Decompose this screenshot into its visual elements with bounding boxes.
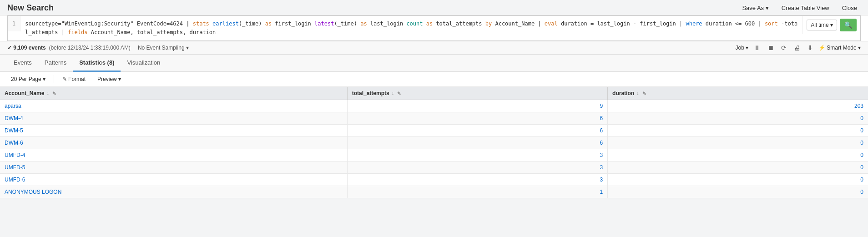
format-button[interactable]: ✎ Format — [59, 75, 89, 84]
cell-account-name[interactable]: aparsa — [0, 100, 347, 112]
table-body: aparsa 9 203 DWM-4 6 0 DWM-5 6 0 DWM-6 6… — [0, 100, 868, 198]
pause-button[interactable]: ⏸ — [752, 43, 762, 52]
search-input[interactable]: sourcetype="WinEventLog:Security" EventC… — [20, 16, 802, 40]
sort-icon-duration: ↕ — [636, 91, 639, 96]
cell-total-attempts[interactable]: 3 — [347, 174, 607, 186]
sort-icon-account: ↕ — [47, 91, 49, 96]
events-count: ✓ 9,109 events (before 12/13/24 1:33:19.… — [7, 45, 131, 51]
column-label-total: total_attempts — [352, 90, 389, 96]
create-table-view-button[interactable]: Create Table View — [778, 3, 833, 13]
edit-icon-duration[interactable]: ✎ — [642, 91, 646, 96]
smart-mode-button[interactable]: ⚡ Smart Mode ▾ — [818, 45, 861, 51]
column-header-total-attempts[interactable]: total_attempts ↕ ✎ — [347, 87, 607, 100]
edit-icon-account[interactable]: ✎ — [52, 91, 56, 96]
format-label: Format — [68, 76, 86, 82]
column-header-duration[interactable]: duration ↕ ✎ — [608, 87, 868, 100]
time-range-button[interactable]: All time ▾ — [807, 20, 837, 30]
toolbar-separator — [54, 75, 54, 83]
table-row: UMFD-5 3 0 — [0, 161, 868, 174]
page-title: New Search — [7, 3, 54, 13]
download-button[interactable]: ⬇ — [806, 43, 815, 52]
search-controls: All time ▾ 🔍 — [802, 16, 860, 34]
cell-duration[interactable]: 203 — [608, 100, 868, 112]
line-number: 1 — [8, 16, 20, 31]
events-count-number: ✓ 9,109 events — [7, 45, 46, 51]
tab-events[interactable]: Events — [7, 55, 38, 72]
cell-account-name[interactable]: ANONYMOUS LOGON — [0, 186, 347, 198]
status-right: Job ▾ ⏸ ⏹ ⟳ 🖨 ⬇ ⚡ Smart Mode ▾ — [736, 43, 861, 52]
print-button[interactable]: 🖨 — [792, 43, 802, 52]
table-row: DWM-6 6 0 — [0, 137, 868, 149]
preview-button[interactable]: Preview ▾ — [94, 75, 125, 84]
events-note: (before 12/13/24 1:33:19.000 AM) — [49, 45, 130, 51]
refresh-button[interactable]: ⟳ — [779, 43, 788, 52]
edit-icon-total[interactable]: ✎ — [397, 91, 401, 96]
cell-duration[interactable]: 0 — [608, 186, 868, 198]
cell-account-name[interactable]: UMFD-5 — [0, 161, 347, 174]
search-wrapper: 1 sourcetype="WinEventLog:Security" Even… — [0, 15, 868, 41]
cell-total-attempts[interactable]: 3 — [347, 149, 607, 161]
table-header-row: Account_Name ↕ ✎ total_attempts ↕ ✎ dura… — [0, 87, 868, 100]
cell-account-name[interactable]: UMFD-4 — [0, 149, 347, 161]
cell-duration[interactable]: 0 — [608, 161, 868, 174]
cell-duration[interactable]: 0 — [608, 125, 868, 137]
column-header-account-name[interactable]: Account_Name ↕ ✎ — [0, 87, 347, 100]
cell-total-attempts[interactable]: 1 — [347, 186, 607, 198]
cell-account-name[interactable]: DWM-6 — [0, 137, 347, 149]
table-row: DWM-5 6 0 — [0, 125, 868, 137]
status-left: ✓ 9,109 events (before 12/13/24 1:33:19.… — [7, 45, 189, 51]
results-table: Account_Name ↕ ✎ total_attempts ↕ ✎ dura… — [0, 87, 868, 198]
smart-mode-label: Smart Mode ▾ — [827, 45, 861, 51]
cell-account-name[interactable]: DWM-4 — [0, 112, 347, 125]
cell-duration[interactable]: 0 — [608, 149, 868, 161]
sampling-button[interactable]: No Event Sampling ▾ — [138, 45, 189, 51]
search-go-button[interactable]: 🔍 — [840, 19, 857, 31]
save-as-button[interactable]: Save As ▾ — [738, 3, 772, 13]
tab-patterns[interactable]: Patterns — [38, 55, 73, 72]
table-toolbar: 20 Per Page ▾ ✎ Format Preview ▾ — [0, 72, 868, 87]
job-button[interactable]: Job ▾ — [736, 45, 749, 51]
sampling-arrow-icon: ▾ — [186, 45, 189, 51]
tab-statistics[interactable]: Statistics (8) — [73, 55, 121, 72]
lightning-icon: ⚡ — [818, 45, 825, 51]
sort-icon-total: ↕ — [392, 91, 394, 96]
cell-total-attempts[interactable]: 6 — [347, 112, 607, 125]
per-page-button[interactable]: 20 Per Page ▾ — [7, 75, 49, 84]
cell-total-attempts[interactable]: 6 — [347, 125, 607, 137]
search-icon: 🔍 — [844, 21, 852, 29]
cell-account-name[interactable]: DWM-5 — [0, 125, 347, 137]
table-row: aparsa 9 203 — [0, 100, 868, 112]
table-row: ANONYMOUS LOGON 1 0 — [0, 186, 868, 198]
pencil-icon: ✎ — [62, 76, 67, 82]
search-bar: 1 sourcetype="WinEventLog:Security" Even… — [7, 15, 861, 41]
cell-duration[interactable]: 0 — [608, 174, 868, 186]
table-row: DWM-4 6 0 — [0, 112, 868, 125]
cell-account-name[interactable]: UMFD-6 — [0, 174, 347, 186]
sampling-label: No Event Sampling — [138, 45, 185, 51]
status-bar: ✓ 9,109 events (before 12/13/24 1:33:19.… — [0, 41, 868, 55]
cell-duration[interactable]: 0 — [608, 137, 868, 149]
tabs-bar: Events Patterns Statistics (8) Visualiza… — [0, 55, 868, 72]
close-button[interactable]: Close — [838, 3, 861, 13]
cell-total-attempts[interactable]: 6 — [347, 137, 607, 149]
stop-button[interactable]: ⏹ — [766, 43, 776, 52]
table-row: UMFD-4 3 0 — [0, 149, 868, 161]
column-label-duration: duration — [612, 90, 634, 96]
table-row: UMFD-6 3 0 — [0, 174, 868, 186]
header-actions: Save As ▾ Create Table View Close — [738, 3, 861, 13]
tab-visualization[interactable]: Visualization — [121, 55, 167, 72]
query-text: sourcetype="WinEventLog:Security" EventC… — [25, 20, 797, 35]
column-label-account: Account_Name — [5, 90, 44, 96]
cell-duration[interactable]: 0 — [608, 112, 868, 125]
header-bar: New Search Save As ▾ Create Table View C… — [0, 0, 868, 15]
cell-total-attempts[interactable]: 3 — [347, 161, 607, 174]
cell-total-attempts[interactable]: 9 — [347, 100, 607, 112]
